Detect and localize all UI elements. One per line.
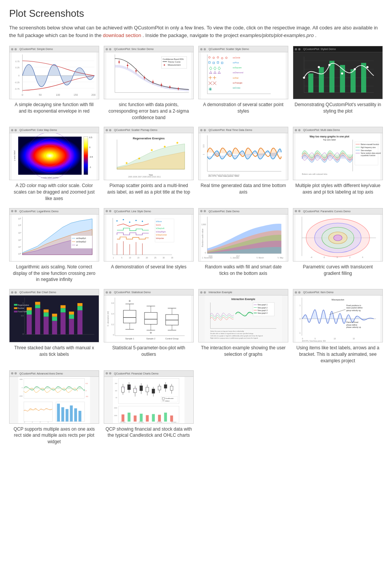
plot-item-advanced-axes[interactable]: QCustomPlot: Advanced Axes Demo 1000 0 -… bbox=[9, 370, 99, 445]
svg-text:2017: 2017 bbox=[236, 255, 240, 257]
svg-point-21 bbox=[119, 61, 120, 63]
plot-item-barchart[interactable]: QCustomPlot: Bar Chart Demo bbox=[9, 289, 99, 364]
svg-rect-371 bbox=[158, 415, 161, 421]
plot-thumbnail-logarithmic[interactable]: QCustomPlot: Logarithmic Demo 10⁵ 10⁴ 10… bbox=[9, 208, 99, 262]
plot-item-item-demo[interactable]: QCustomPlot: Item Demo Wavepacket Fixed … bbox=[293, 289, 383, 364]
plot-item-statistical[interactable]: QCustomPlot: Statistical Demo bbox=[104, 289, 194, 364]
plot-thumbnail-styled-demo[interactable]: QCustomPlot: Styled Demo bbox=[293, 46, 383, 99]
plot-thumbnail-colormap[interactable]: QCustomPlot: Color Map Demo bbox=[9, 127, 99, 180]
plot-thumbnail-statistical[interactable]: QCustomPlot: Statistical Demo bbox=[104, 289, 194, 342]
plot-item-date[interactable]: QCustomPlot: Date Demo 1. November 1. Ja… bbox=[198, 208, 288, 283]
plot-thumbnail-simple-demo[interactable]: QCustomPlot: Simple Demo bbox=[9, 46, 99, 99]
plot-thumbnail-multidata[interactable]: QCustomPlot: Multi data Demo Way too man… bbox=[293, 127, 383, 180]
svg-rect-345 bbox=[140, 386, 143, 391]
svg-rect-326 bbox=[74, 408, 77, 421]
caption-styled-demo: Demonstrating QCustomPlot's versatility … bbox=[293, 102, 383, 115]
svg-text:1: 1 bbox=[113, 257, 114, 259]
svg-text:10²: 10² bbox=[18, 239, 21, 241]
svg-text:0.5: 0.5 bbox=[86, 383, 88, 384]
plot-item-sinc-scatter[interactable]: QCustomPlot: Sinc Scatter Demo bbox=[104, 46, 194, 121]
svg-rect-223 bbox=[43, 313, 48, 317]
plot-item-scatter-pixmap[interactable]: QCustomPlot: Scatter Pixmap Demo Regener… bbox=[104, 127, 194, 202]
plot-item-realtime[interactable]: QCustomPlot: Real Time Data Demo 261 FPS… bbox=[198, 127, 288, 202]
svg-text:13 June: 13 June bbox=[120, 421, 125, 423]
plot-thumbnail-advanced-axes[interactable]: QCustomPlot: Advanced Axes Demo 1000 0 -… bbox=[9, 370, 99, 424]
svg-text:-1: -1 bbox=[89, 166, 91, 168]
plot-item-logarithmic[interactable]: QCustomPlot: Logarithmic Demo 10⁵ 10⁴ 10… bbox=[9, 208, 99, 283]
svg-rect-221 bbox=[35, 302, 40, 305]
svg-rect-324 bbox=[66, 409, 69, 421]
svg-rect-236 bbox=[77, 303, 82, 306]
svg-point-207 bbox=[334, 235, 342, 241]
svg-text:Measurement: Measurement bbox=[168, 64, 181, 66]
svg-text:-4: -4 bbox=[310, 256, 312, 258]
svg-point-27 bbox=[144, 77, 145, 78]
svg-text:1000: 1000 bbox=[19, 378, 22, 380]
caption-barchart: Three stacked bar charts with manual x a… bbox=[9, 345, 99, 358]
plot-thumbnail-financial[interactable]: QCustomPlot: Financial Charts Demo bbox=[104, 370, 194, 424]
caption-interaction: The interaction example showing the user… bbox=[198, 345, 288, 358]
plot-item-multidata[interactable]: QCustomPlot: Multi data Demo Way too man… bbox=[293, 127, 383, 202]
svg-text:0: 0 bbox=[18, 74, 19, 77]
svg-text:2000: 2000 bbox=[114, 407, 117, 408]
svg-rect-234 bbox=[77, 310, 82, 334]
caption-multidata: Multiple plot styles with different key/… bbox=[293, 182, 383, 195]
svg-text:2005  2006  2007  2008  2009  : 2005 2006 2007 2008 2009 2010 2011 bbox=[128, 176, 161, 178]
svg-text:Interaction Example: Interaction Example bbox=[231, 298, 255, 301]
plot-item-linestyle[interactable]: QCustomPlot: Line Style Demo bbox=[104, 208, 194, 283]
plot-item-simple-demo[interactable]: QCustomPlot: Simple Demo bbox=[9, 46, 99, 121]
svg-point-31 bbox=[161, 84, 162, 86]
caption-realtime: Real time generated data and time bottom… bbox=[198, 182, 288, 195]
svg-text:-2: -2 bbox=[24, 421, 25, 423]
svg-text:★: ★ bbox=[163, 145, 166, 149]
plot-thumbnail-date[interactable]: QCustomPlot: Date Demo 1. November 1. Ja… bbox=[198, 208, 288, 262]
plot-item-parametric[interactable]: QCustomPlot: Parametric Curves Demo -4 -… bbox=[293, 208, 383, 283]
plot-thumbnail-scatter-pixmap[interactable]: QCustomPlot: Scatter Pixmap Demo Regener… bbox=[104, 127, 194, 180]
svg-rect-355 bbox=[170, 386, 173, 390]
plot-thumbnail-interaction[interactable]: Interaction Example Interaction Example bbox=[198, 289, 288, 342]
svg-rect-327 bbox=[79, 411, 82, 421]
plot-item-colormap[interactable]: QCustomPlot: Color Map Demo bbox=[9, 127, 99, 202]
svg-text:10³: 10³ bbox=[18, 232, 21, 234]
svg-rect-325 bbox=[70, 405, 73, 421]
plot-item-interaction[interactable]: Interaction Example Interaction Example bbox=[198, 289, 288, 364]
svg-rect-351 bbox=[158, 386, 161, 390]
svg-text:ssPlus: ssPlus bbox=[233, 61, 239, 64]
svg-text:ssCross: ssCross bbox=[233, 87, 240, 89]
plot-item-financial[interactable]: QCustomPlot: Financial Charts Demo bbox=[104, 370, 194, 445]
plot-thumbnail-scatter-style[interactable]: QCustomPlot: Scatter Style Demo bbox=[198, 46, 288, 99]
svg-rect-373 bbox=[170, 415, 173, 421]
svg-text:Candlestick: Candlestick bbox=[165, 397, 174, 399]
svg-rect-79 bbox=[296, 52, 380, 99]
download-link[interactable]: download section bbox=[103, 32, 141, 38]
svg-text:304 FPS, Total Data points: 50: 304 FPS, Total Data points: 500 bbox=[302, 340, 326, 342]
svg-text:★: ★ bbox=[125, 161, 128, 165]
svg-text:0: 0 bbox=[89, 146, 90, 149]
svg-text:phase define: phase define bbox=[346, 324, 357, 326]
plot-item-styled-demo[interactable]: QCustomPlot: Styled Demo bbox=[293, 46, 383, 121]
plot-thumbnail-item-demo[interactable]: QCustomPlot: Item Demo Wavepacket Fixed … bbox=[293, 289, 383, 342]
svg-text:10¹: 10¹ bbox=[18, 245, 21, 248]
svg-text:0: 0 bbox=[205, 252, 206, 254]
svg-text:0: 0 bbox=[300, 318, 301, 320]
svg-text:1: 1 bbox=[300, 304, 301, 307]
svg-rect-323 bbox=[61, 407, 64, 421]
plot-thumbnail-realtime[interactable]: QCustomPlot: Real Time Data Demo 261 FPS… bbox=[198, 127, 288, 180]
plots-grid: QCustomPlot: Simple Demo bbox=[9, 46, 383, 445]
plot-thumbnail-linestyle[interactable]: QCustomPlot: Line Style Demo bbox=[104, 208, 194, 262]
svg-text:New graph 4: New graph 4 bbox=[258, 312, 268, 314]
plot-thumbnail-parametric[interactable]: QCustomPlot: Parametric Curves Demo -4 -… bbox=[293, 208, 383, 262]
svg-rect-322 bbox=[57, 404, 60, 421]
caption-scatter-style: A demonstration of several scatter point… bbox=[198, 102, 288, 115]
plot-item-scatter-style[interactable]: QCustomPlot: Scatter Style Demo bbox=[198, 46, 288, 121]
svg-rect-217 bbox=[27, 310, 32, 315]
svg-text:23 June: 23 June bbox=[157, 421, 162, 423]
svg-text:group velocity vg: group velocity vg bbox=[346, 309, 361, 312]
svg-rect-241 bbox=[14, 311, 18, 312]
svg-text:ssSquare: ssSquare bbox=[233, 66, 241, 69]
svg-text:-1: -1 bbox=[32, 421, 33, 423]
plot-thumbnail-barchart[interactable]: QCustomPlot: Bar Chart Demo bbox=[9, 289, 99, 342]
svg-rect-365 bbox=[122, 414, 125, 421]
svg-text:Control Group: Control Group bbox=[165, 338, 179, 340]
plot-thumbnail-sinc-scatter[interactable]: QCustomPlot: Sinc Scatter Demo bbox=[104, 46, 194, 99]
